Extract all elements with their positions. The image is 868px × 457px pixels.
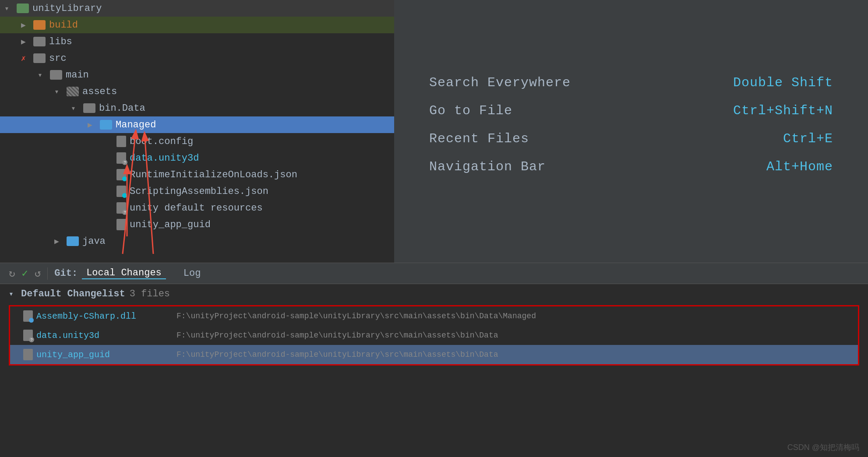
file-icon-assembly: [23, 310, 33, 322]
expand-arrow: ▶: [54, 236, 65, 246]
item-label: data.unity3d: [130, 153, 394, 164]
git-file-assembly-csharp[interactable]: Assembly-CSharp.dll F:\unityProject\andr…: [10, 306, 858, 326]
item-label: unity default resources: [130, 203, 394, 214]
annotated-area: Assembly-CSharp.dll F:\unityProject\andr…: [9, 305, 859, 366]
menu-shortcut-recentfiles: Ctrl+E: [783, 131, 833, 146]
expand-arrow: ✗: [21, 53, 32, 63]
folder-icon-java: [67, 236, 79, 246]
folder-icon-assets: [67, 87, 79, 96]
menu-label-search: Search Everywhere: [429, 75, 571, 90]
folder-icon-binData: [83, 103, 95, 113]
check-icon[interactable]: ✓: [21, 267, 28, 280]
tree-item-assets[interactable]: ▾ assets: [0, 83, 394, 100]
unityappguid-filename: unity_app_guid: [36, 350, 176, 360]
folder-icon-build: [33, 20, 46, 30]
unityappguid-filepath: F:\unityProject\android-sample\unityLibr…: [176, 350, 498, 359]
refresh-icon[interactable]: ↻: [9, 267, 15, 280]
item-label: libs: [49, 36, 394, 47]
item-label: ScriptingAssemblies.json: [130, 186, 394, 197]
file-icon-dataunity3d: ?: [116, 152, 126, 164]
git-file-unityappguid[interactable]: unity_app_guid F:\unityProject\android-s…: [10, 345, 858, 364]
menu-shortcut-search: Double Shift: [733, 75, 833, 90]
expand-arrow: ▶: [21, 37, 32, 46]
item-label: Managed: [116, 120, 394, 130]
expand-arrow: ▶: [88, 120, 98, 130]
folder-icon-src: [33, 53, 46, 63]
changelist-files-count: 3 files: [130, 288, 170, 299]
item-label: src: [49, 53, 394, 64]
tree-item-dataunity3d[interactable]: ▶ ? data.unity3d: [0, 150, 394, 166]
tree-item-unitydefaultresources[interactable]: ▶ ? unity default resources: [0, 200, 394, 216]
menu-item-navigation-bar[interactable]: Navigation Bar Alt+Home: [429, 159, 833, 174]
git-panel: ↻ ✓ ↺ Git: Local Changes Log ▾ Default C…: [0, 263, 868, 457]
folder-icon-managed: [100, 120, 112, 130]
item-label: build: [49, 20, 394, 31]
menu-item-recent-files[interactable]: Recent Files Ctrl+E: [429, 131, 833, 146]
item-label: RuntimeInitializeOnLoads.json: [130, 169, 394, 180]
file-icon-bootconfig: [116, 136, 126, 147]
tree-item-unityLibrary[interactable]: ▾ unityLibrary: [0, 0, 394, 17]
file-icon-runtimeinitialize: [116, 169, 126, 180]
menu-label-navbar: Navigation Bar: [429, 159, 546, 174]
menu-item-search-everywhere[interactable]: Search Everywhere Double Shift: [429, 75, 833, 90]
folder-icon-chart: [17, 4, 29, 13]
file-tree: ▾ unityLibrary ▶ build ▶ libs ✗ src: [0, 0, 394, 263]
changelist-name: Default Changelist: [21, 288, 125, 299]
tab-log[interactable]: Log: [179, 268, 205, 279]
context-menu-panel: Search Everywhere Double Shift Go to Fil…: [394, 0, 868, 263]
item-label: bin.Data: [99, 103, 394, 114]
file-icon-dataunity3d-git: ?: [23, 330, 33, 341]
menu-label-recentfiles: Recent Files: [429, 131, 529, 146]
menu-shortcut-gotofile: Ctrl+Shift+N: [733, 103, 833, 118]
git-tabs-bar: ↻ ✓ ↺ Git: Local Changes Log: [0, 263, 868, 284]
tree-item-build[interactable]: ▶ build: [0, 17, 394, 33]
changelist-header: ▾ Default Changelist 3 files: [0, 284, 868, 303]
revert-icon[interactable]: ↺: [35, 267, 41, 280]
dataunity3d-filepath: F:\unityProject\android-sample\unityLibr…: [176, 331, 498, 340]
watermark: CSDN @知把清梅吗: [787, 442, 859, 453]
expand-arrow: ▶: [21, 20, 32, 30]
item-label: boot.config: [130, 136, 394, 147]
expand-arrow: ▾: [54, 87, 65, 96]
assembly-filepath: F:\unityProject\android-sample\unityLibr…: [176, 312, 536, 320]
item-label: unityLibrary: [32, 3, 394, 14]
tree-item-src[interactable]: ✗ src: [0, 50, 394, 67]
folder-icon-main: [50, 70, 62, 80]
changelist-arrow: ▾: [9, 289, 19, 299]
tree-item-managed[interactable]: ▶ Managed: [0, 116, 394, 133]
item-label: unity_app_guid: [130, 219, 394, 230]
tree-item-libs[interactable]: ▶ libs: [0, 33, 394, 50]
folder-icon-libs: [33, 37, 46, 46]
menu-item-go-to-file[interactable]: Go to File Ctrl+Shift+N: [429, 103, 833, 118]
menu-shortcut-navbar: Alt+Home: [766, 159, 833, 174]
expand-arrow: ▾: [38, 70, 48, 80]
tree-item-main[interactable]: ▾ main: [0, 67, 394, 83]
expand-arrow: ▾: [71, 103, 81, 113]
assembly-filename: Assembly-CSharp.dll: [36, 311, 176, 321]
tree-item-unityappguid[interactable]: ▶ unity_app_guid: [0, 216, 394, 233]
tree-item-runtimeinitialize[interactable]: ▶ RuntimeInitializeOnLoads.json: [0, 166, 394, 183]
file-icon-scriptingassemblies: [116, 186, 126, 197]
tab-local-changes[interactable]: Local Changes: [82, 267, 166, 279]
tree-item-scriptingassemblies[interactable]: ▶ ScriptingAssemblies.json: [0, 183, 394, 200]
tree-item-bootconfig[interactable]: ▶ boot.config: [0, 133, 394, 150]
item-label: assets: [82, 86, 394, 97]
expand-arrow: ▾: [4, 4, 15, 13]
menu-label-gotofile: Go to File: [429, 103, 512, 118]
file-icon-unityappguid: [116, 219, 126, 230]
git-file-dataunity3d[interactable]: ? data.unity3d F:\unityProject\android-s…: [10, 326, 858, 345]
file-icon-unitydefaultresources: ?: [116, 202, 126, 214]
item-label: main: [66, 70, 394, 81]
dataunity3d-filename: data.unity3d: [36, 330, 176, 341]
tab-separator: [47, 267, 48, 280]
git-panel-icons-left: ↻ ✓ ↺: [4, 267, 45, 280]
git-label: Git:: [50, 268, 82, 279]
tree-item-binData[interactable]: ▾ bin.Data: [0, 100, 394, 116]
item-label: java: [82, 236, 394, 247]
file-icon-unityappguid-git: [23, 349, 33, 360]
tree-item-java[interactable]: ▶ java: [0, 233, 394, 250]
